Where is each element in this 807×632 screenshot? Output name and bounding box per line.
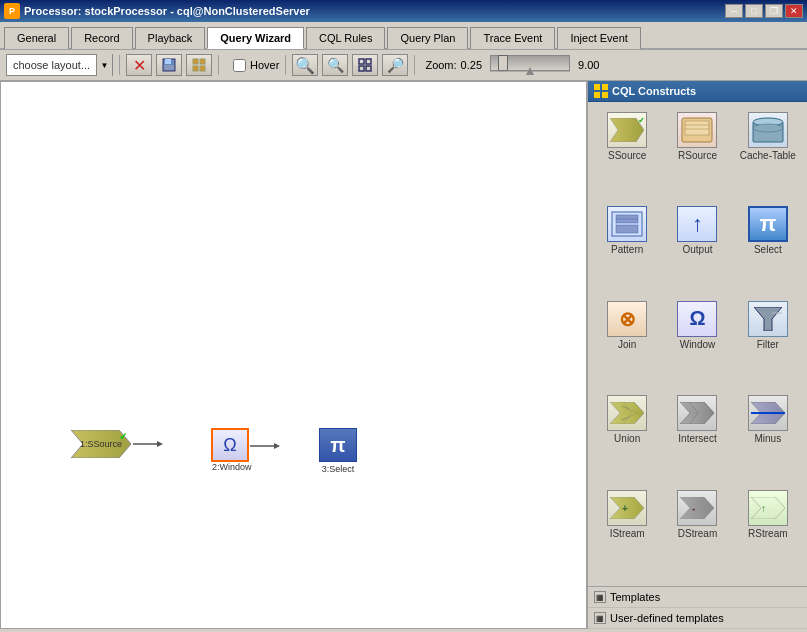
svg-rect-20	[594, 92, 600, 98]
tab-query-plan[interactable]: Query Plan	[387, 27, 468, 49]
separator-1	[119, 55, 120, 75]
tab-record[interactable]: Record	[71, 27, 132, 49]
tab-playback[interactable]: Playback	[135, 27, 206, 49]
cql-item-rsource[interactable]: RSource	[664, 110, 730, 200]
separator-2	[218, 55, 219, 75]
user-templates-item[interactable]: ▦ User-defined templates	[588, 608, 807, 629]
hover-label: Hover	[250, 59, 279, 71]
node-select3[interactable]: π 3:Select	[319, 428, 357, 474]
svg-text:-: -	[692, 503, 695, 514]
cql-title: CQL Constructs	[612, 85, 696, 97]
cachetable-shape	[751, 116, 785, 144]
toolbar: choose layout... ▼ ✕ Hover 🔍 🔍	[0, 50, 807, 81]
cql-label-select: Select	[754, 244, 782, 255]
intersect-shape	[680, 402, 714, 424]
svg-point-30	[753, 124, 783, 132]
cql-item-rstream[interactable]: ↑ RStream	[735, 488, 801, 578]
svg-rect-21	[602, 92, 608, 98]
cql-icon-minus	[748, 395, 788, 431]
cql-icon-window: Ω	[677, 301, 717, 337]
svg-rect-5	[193, 66, 198, 71]
cql-item-window[interactable]: Ω Window	[664, 299, 730, 389]
svg-marker-47	[680, 497, 714, 519]
tab-trace-event[interactable]: Trace Event	[470, 27, 555, 49]
templates-section: ▦ Templates ▦ User-defined templates	[588, 586, 807, 629]
cql-item-select[interactable]: π Select	[735, 204, 801, 294]
restore-button[interactable]: ❐	[765, 4, 783, 18]
layout-dropdown-arrow[interactable]: ▼	[96, 54, 112, 76]
istream-shape: +	[610, 497, 644, 519]
cql-label-ssource: SSource	[608, 150, 646, 161]
cql-icon-output: ↑	[677, 206, 717, 242]
cql-item-istream[interactable]: + IStream	[594, 488, 660, 578]
zoom-in-button[interactable]: 🔍	[292, 54, 318, 76]
tab-general[interactable]: General	[4, 27, 69, 49]
templates-icon: ▦	[594, 591, 606, 603]
zoom-max-value: 9.00	[578, 59, 599, 71]
fit-button[interactable]	[352, 54, 378, 76]
templates-label: Templates	[610, 591, 660, 603]
tab-inject-event[interactable]: Inject Event	[557, 27, 640, 49]
ssource-node-box[interactable]: ✓ 1:SSource	[71, 430, 131, 458]
user-templates-label: User-defined templates	[610, 612, 724, 624]
select-node-box[interactable]: π	[319, 428, 357, 462]
close-button[interactable]: ✕	[785, 4, 803, 18]
cql-item-intersect[interactable]: Intersect	[664, 393, 730, 483]
layout-dropdown[interactable]: choose layout... ▼	[6, 54, 113, 76]
cql-icon-ssource: ✓	[607, 112, 647, 148]
separator-4	[414, 55, 415, 75]
pattern-shape	[610, 210, 644, 238]
cql-item-minus[interactable]: Minus	[735, 393, 801, 483]
pi-icon: π	[330, 434, 345, 457]
cql-icon-intersect	[677, 395, 717, 431]
zoom-label: Zoom:	[425, 59, 456, 71]
cql-item-filter[interactable]: Filter	[735, 299, 801, 389]
cql-icon-union	[607, 395, 647, 431]
node-window2-label	[250, 440, 280, 454]
delete-button[interactable]: ✕	[126, 54, 152, 76]
window-node-box[interactable]: Ω	[211, 428, 249, 462]
cql-header: CQL Constructs	[588, 81, 807, 102]
cql-label-rsource: RSource	[678, 150, 717, 161]
minimize-button[interactable]: ─	[725, 4, 743, 18]
select-label: 3:Select	[319, 464, 357, 474]
grid-button[interactable]	[186, 54, 212, 76]
cql-item-ssource[interactable]: ✓ SSource	[594, 110, 660, 200]
save-button[interactable]	[156, 54, 182, 76]
svg-rect-1	[165, 59, 171, 64]
svg-marker-35	[754, 307, 782, 331]
node-ssource1[interactable]: ✓ 1:SSource	[71, 430, 163, 458]
svg-rect-9	[359, 66, 364, 71]
hover-checkbox-label[interactable]: Hover	[233, 59, 279, 72]
templates-item[interactable]: ▦ Templates	[588, 587, 807, 608]
cql-item-pattern[interactable]: Pattern	[594, 204, 660, 294]
cql-label-join: Join	[618, 339, 636, 350]
hover-checkbox[interactable]	[233, 59, 246, 72]
save-icon	[161, 57, 177, 73]
cql-icon-rsource	[677, 112, 717, 148]
cql-icon-join: ⊗	[607, 301, 647, 337]
tab-cql-rules[interactable]: CQL Rules	[306, 27, 385, 49]
cql-label-union: Union	[614, 433, 640, 444]
cql-label-cache-table: Cache-Table	[740, 150, 796, 161]
window-label: 2:Window	[212, 462, 252, 472]
cql-item-cache-table[interactable]: Cache-Table	[735, 110, 801, 200]
cql-item-join[interactable]: ⊗ Join	[594, 299, 660, 389]
canvas-area[interactable]: ✓ 1:SSource Ω 2:Window	[0, 81, 587, 629]
main-area: ✓ 1:SSource Ω 2:Window	[0, 81, 807, 629]
svg-rect-6	[200, 66, 205, 71]
node-window2[interactable]: Ω	[211, 428, 249, 462]
overview-button[interactable]: 🔎	[382, 54, 408, 76]
node-arrow-2	[250, 440, 280, 452]
cql-item-output[interactable]: ↑ Output	[664, 204, 730, 294]
cql-label-output: Output	[682, 244, 712, 255]
filter-shape	[754, 307, 782, 331]
zoom-out-button[interactable]: 🔍	[322, 54, 348, 76]
maximize-button[interactable]: □	[745, 4, 763, 18]
tab-query-wizard[interactable]: Query Wizard	[207, 27, 304, 49]
cql-label-filter: Filter	[757, 339, 779, 350]
svg-rect-7	[359, 59, 364, 64]
title-bar-left: P Processor: stockProcessor - cql@NonClu…	[4, 3, 310, 19]
cql-item-union[interactable]: Union	[594, 393, 660, 483]
cql-item-dstream[interactable]: - DStream	[664, 488, 730, 578]
